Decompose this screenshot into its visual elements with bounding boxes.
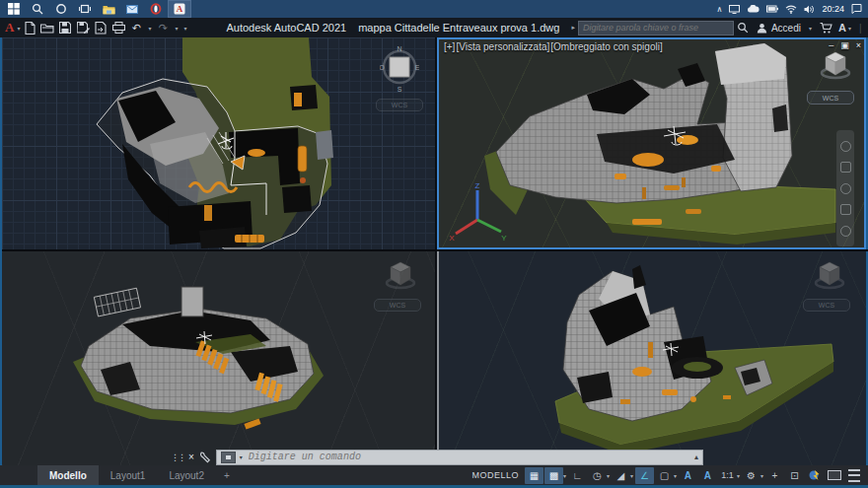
command-input[interactable] — [247, 451, 690, 463]
application-menu-button[interactable]: A — [5, 20, 14, 35]
command-line-close-button[interactable]: × — [188, 452, 194, 462]
battery-icon[interactable] — [766, 5, 778, 13]
mail-button[interactable] — [120, 0, 144, 18]
snap-mode-button[interactable]: ▩ — [544, 467, 563, 484]
clean-screen-button[interactable] — [825, 467, 843, 484]
sign-in-button[interactable]: Accedi — [757, 23, 801, 34]
visual-style-menu[interactable]: [Ombreggiato con spigoli] — [550, 41, 662, 52]
wifi-icon[interactable] — [785, 5, 797, 14]
taskbar-cortana-button[interactable] — [49, 0, 73, 18]
doc-close-button[interactable]: × — [856, 40, 861, 50]
undo-dropdown-icon[interactable]: ▾ — [148, 25, 151, 32]
navigation-bar[interactable] — [836, 130, 854, 246]
object-snap-button[interactable]: ▢ — [655, 467, 674, 484]
pan-icon[interactable] — [840, 162, 851, 173]
action-center-icon[interactable] — [851, 4, 862, 14]
clock[interactable]: 20:24 — [822, 4, 844, 14]
autocad-taskbar-button[interactable]: A — [168, 0, 191, 18]
device-icon[interactable] — [729, 5, 740, 14]
ucs-selector[interactable]: WCS — [803, 299, 850, 312]
viewcube-top[interactable]: N E S O — [380, 45, 419, 85]
tab-layout1[interactable]: Layout1 — [99, 465, 158, 485]
tab-modello[interactable]: Modello — [37, 465, 99, 485]
clean-screen-icon — [828, 470, 841, 480]
new-drawing-button[interactable] — [22, 21, 37, 35]
customization-button[interactable] — [844, 467, 863, 484]
doc-restore-button[interactable]: ▣ — [840, 40, 849, 50]
start-button[interactable] — [2, 0, 26, 18]
ucs-selector[interactable]: WCS — [374, 299, 421, 312]
snap-dropdown-icon[interactable]: ▾ — [563, 472, 566, 479]
command-history-expand-icon[interactable]: ▴ — [694, 453, 698, 461]
autodesk-app-button[interactable]: A ▾ — [838, 22, 853, 34]
search-go-icon[interactable] — [737, 22, 749, 34]
space-label[interactable]: MODELLO — [471, 470, 519, 480]
opera-browser-button[interactable] — [144, 0, 168, 18]
search-expand-icon[interactable]: ▸ — [571, 24, 575, 32]
task-view-button[interactable] — [73, 0, 97, 18]
viewport-controls-menu[interactable]: [+] — [444, 41, 455, 52]
polar-tracking-button[interactable]: ◷ — [588, 467, 607, 484]
viewport-perspective-active[interactable]: [+] [Vista personalizzata] [Ombreggiato … — [437, 37, 866, 249]
polar-dropdown-icon[interactable]: ▾ — [607, 472, 610, 479]
tray-expand-icon[interactable]: ∧ — [717, 5, 723, 14]
full-navigation-wheel-icon[interactable] — [840, 141, 851, 152]
app-store-cart-icon[interactable] — [820, 23, 832, 34]
annotation-scale-button[interactable]: 1:1 — [718, 467, 737, 484]
plot-button[interactable] — [110, 21, 126, 35]
new-layout-button[interactable]: + — [216, 465, 238, 485]
undo-button[interactable]: ↶ — [128, 21, 144, 35]
isolate-objects-button[interactable]: ⊡ — [785, 467, 804, 484]
viewcube-3d[interactable] — [819, 49, 852, 85]
viewcube-3d[interactable] — [384, 259, 417, 295]
orbit-icon[interactable] — [840, 204, 851, 215]
open-drawing-button[interactable] — [39, 21, 55, 35]
annotation-autoscale-button[interactable]: A — [698, 467, 717, 484]
sign-in-dropdown-icon[interactable]: ▾ — [809, 25, 812, 32]
application-menu-dropdown-icon[interactable]: ▾ — [17, 25, 20, 32]
tab-layout2[interactable]: Layout2 — [157, 465, 216, 485]
app-name: Autodesk AutoCAD 2021 — [226, 22, 346, 34]
graphics-performance-button[interactable] — [805, 467, 824, 484]
annotation-scale-dropdown-icon[interactable]: ▾ — [737, 472, 740, 479]
command-line-customize-button[interactable] — [199, 452, 211, 463]
save-as-button[interactable] — [75, 21, 91, 35]
workspace-dropdown-icon[interactable]: ▾ — [760, 472, 763, 479]
doc-minimize-button[interactable]: – — [829, 40, 833, 50]
ucs-selector[interactable]: WCS — [376, 99, 423, 111]
zoom-icon[interactable] — [840, 183, 851, 194]
viewport-isometric-left[interactable]: WCS — [2, 251, 435, 465]
viewport-divider-horizontal[interactable] — [2, 249, 868, 251]
viewport-isometric-right[interactable]: WCS — [439, 251, 866, 465]
command-recent-dropdown-icon[interactable]: ▾ — [240, 453, 243, 460]
search-input[interactable] — [578, 21, 734, 35]
workspace-switching-button[interactable]: ⚙ — [742, 467, 760, 484]
isometric-dropdown-icon[interactable]: ▾ — [630, 472, 633, 479]
wcs-label: WCS — [390, 302, 405, 309]
osnap-dropdown-icon[interactable]: ▾ — [674, 472, 677, 479]
object-snap-tracking-button[interactable]: ∠ — [635, 467, 654, 484]
command-line-grip[interactable]: ⋮⋮ — [171, 453, 184, 462]
taskbar-search-button[interactable] — [26, 0, 49, 18]
annotation-visibility-button[interactable]: A — [679, 467, 697, 484]
ortho-mode-button[interactable]: ∟ — [568, 467, 587, 484]
viewcube-3d[interactable] — [813, 259, 846, 295]
view-menu[interactable]: [Vista personalizzata] — [456, 41, 549, 52]
file-explorer-button[interactable] — [97, 0, 120, 18]
redo-button[interactable]: ↷ — [155, 21, 171, 35]
transfer-button[interactable] — [93, 21, 108, 35]
viewport-plan[interactable]: N E S O WCS — [2, 37, 435, 249]
save-button[interactable] — [57, 21, 73, 35]
customize-qat-button[interactable]: ▾ — [183, 25, 186, 32]
volume-icon[interactable] — [804, 5, 815, 14]
viewport-divider-vertical[interactable] — [437, 251, 439, 465]
command-recent-icon[interactable] — [221, 452, 236, 463]
grid-display-button[interactable]: ▦ — [525, 467, 543, 484]
ucs-selector-active[interactable]: WCS — [807, 91, 854, 105]
show-motion-icon[interactable] — [840, 226, 851, 237]
annotation-monitor-button[interactable]: + — [765, 467, 784, 484]
onedrive-cloud-icon[interactable] — [747, 5, 760, 13]
command-input-bar[interactable]: ▾ ▴ — [216, 450, 703, 465]
isometric-drafting-button[interactable]: ◢ — [612, 467, 630, 484]
redo-dropdown-icon[interactable]: ▾ — [175, 25, 178, 32]
